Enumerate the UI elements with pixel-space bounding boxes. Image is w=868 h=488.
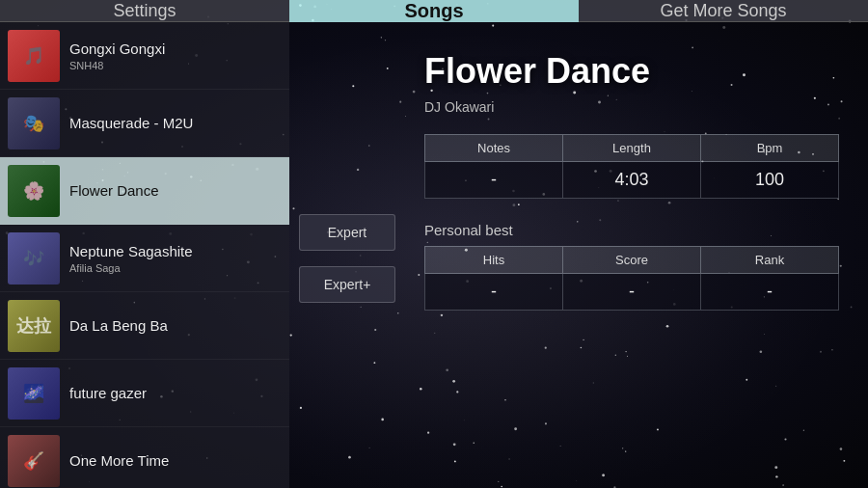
pb-header-cell: Score bbox=[562, 246, 700, 274]
difficulty-button[interactable]: Expert+ bbox=[299, 266, 395, 303]
stats-header-cell: Notes bbox=[424, 134, 562, 162]
difficulty-panel: ExpertExpert+ bbox=[289, 22, 405, 488]
stats-header-cell: Length bbox=[562, 134, 700, 162]
song-item[interactable]: 🎸One More Time bbox=[0, 427, 289, 488]
song-list: 🎵Gongxi GongxiSNH48🎭Masquerade - M2U🌸Flo… bbox=[0, 22, 289, 488]
pb-header-row: HitsScoreRank bbox=[424, 246, 839, 274]
pb-value-cell: - bbox=[562, 274, 700, 311]
personal-best-label: Personal best bbox=[424, 222, 839, 238]
song-info: future gazer bbox=[69, 385, 147, 401]
pb-value-cell: - bbox=[424, 274, 562, 311]
song-thumbnail: 🌌 bbox=[8, 367, 60, 420]
song-subtitle: SNH48 bbox=[69, 60, 165, 71]
song-info: Neptune SagashiteAfilia Saga bbox=[69, 243, 193, 274]
stats-value-cell: 4:03 bbox=[562, 162, 700, 199]
song-info: Da La Beng Ba bbox=[69, 317, 168, 334]
stats-value-cell: 100 bbox=[700, 162, 839, 199]
song-thumbnail: 🎭 bbox=[8, 97, 60, 149]
song-thumbnail: 🌸 bbox=[8, 165, 60, 217]
pb-header-cell: Rank bbox=[700, 246, 839, 274]
song-title: Flower Dance bbox=[69, 182, 159, 199]
song-subtitle: Afilia Saga bbox=[69, 262, 193, 274]
song-item[interactable]: 🌌future gazer bbox=[0, 360, 289, 427]
song-thumbnail: 达拉 bbox=[8, 300, 60, 352]
stats-value-row: -4:03100 bbox=[424, 162, 839, 199]
song-title: future gazer bbox=[69, 385, 147, 401]
difficulty-button[interactable]: Expert bbox=[299, 214, 395, 251]
song-thumbnail: 🎵 bbox=[8, 30, 60, 82]
pb-value-row: --- bbox=[424, 274, 839, 311]
pb-header-cell: Hits bbox=[424, 246, 562, 274]
song-info: Flower Dance bbox=[69, 182, 159, 199]
song-item[interactable]: 🎵Gongxi GongxiSNH48 bbox=[0, 22, 289, 90]
song-item[interactable]: 🎶Neptune SagashiteAfilia Saga bbox=[0, 225, 289, 292]
songs-button[interactable]: Songs bbox=[289, 0, 579, 22]
stats-value-cell: - bbox=[424, 162, 562, 199]
settings-label: Settings bbox=[113, 1, 176, 21]
song-title: Masquerade - M2U bbox=[69, 115, 193, 131]
settings-button[interactable]: Settings bbox=[0, 0, 289, 22]
song-title: Da La Beng Ba bbox=[69, 317, 168, 334]
song-title: Gongxi Gongxi bbox=[69, 41, 165, 57]
pb-table: HitsScoreRank --- bbox=[424, 246, 839, 311]
stats-table: NotesLengthBpm -4:03100 bbox=[424, 134, 839, 199]
song-title: One More Time bbox=[69, 452, 169, 469]
song-item[interactable]: 达拉Da La Beng Ba bbox=[0, 292, 289, 360]
songs-label: Songs bbox=[404, 0, 463, 22]
song-thumbnail: 🎶 bbox=[8, 232, 60, 285]
header: Settings Songs Get More Songs bbox=[0, 0, 868, 22]
song-info: Gongxi GongxiSNH48 bbox=[69, 41, 165, 71]
song-detail: Flower Dance DJ Okawari NotesLengthBpm -… bbox=[405, 22, 868, 488]
pb-value-cell: - bbox=[700, 274, 839, 311]
stats-header-row: NotesLengthBpm bbox=[424, 134, 839, 162]
song-info: One More Time bbox=[69, 452, 169, 469]
more-label: Get More Songs bbox=[660, 1, 786, 21]
song-item[interactable]: 🎭Masquerade - M2U bbox=[0, 90, 289, 157]
song-detail-artist: DJ Okawari bbox=[424, 99, 839, 115]
get-more-songs-button[interactable]: Get More Songs bbox=[579, 0, 868, 22]
main-content: 🎵Gongxi GongxiSNH48🎭Masquerade - M2U🌸Flo… bbox=[0, 22, 868, 488]
stats-header-cell: Bpm bbox=[700, 134, 839, 162]
song-info: Masquerade - M2U bbox=[69, 115, 193, 131]
song-item[interactable]: 🌸Flower Dance bbox=[0, 157, 289, 225]
song-detail-title: Flower Dance bbox=[424, 51, 839, 92]
song-title: Neptune Sagashite bbox=[69, 243, 193, 259]
song-thumbnail: 🎸 bbox=[8, 435, 60, 487]
